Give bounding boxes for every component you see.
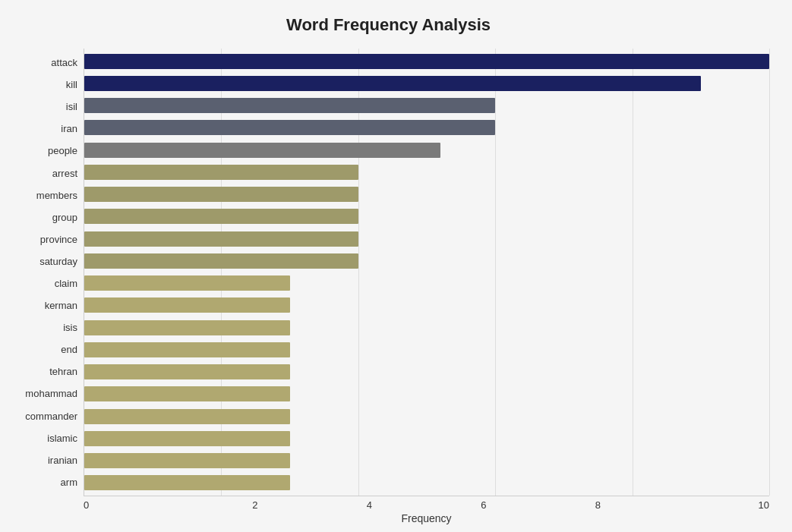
bar-row-arrest [84,161,769,183]
bar-row-arm [84,472,769,494]
x-tick-2: 2 [198,499,313,511]
grid-line-10 [769,49,770,496]
y-label-mohammad: mohammad [25,384,77,404]
x-axis-labels: 0246810 [8,499,769,511]
y-label-tehran: tehran [49,362,77,382]
bar-row-kerman [84,294,769,316]
bar-islamic [84,431,290,446]
y-label-end: end [61,340,77,360]
bar-isis [84,320,290,335]
bar-row-claim [84,272,769,294]
x-axis-title: Frequency [8,512,769,524]
bar-attack [84,54,769,69]
y-label-people: people [48,141,77,161]
y-label-arrest: arrest [52,163,77,183]
bar-row-saturday [84,250,769,272]
bar-province [84,231,358,247]
chart-title: Word Frequency Analysis [8,15,769,35]
bar-mohammad [84,386,290,401]
y-label-isis: isis [63,318,77,338]
chart-container: Word Frequency Analysis attackkillisilir… [0,0,792,532]
bar-row-end [84,338,769,360]
y-label-members: members [36,185,77,205]
bar-members [84,187,358,202]
bar-row-people [84,139,769,161]
y-label-claim: claim [55,273,77,293]
bar-claim [84,275,290,291]
bar-row-kill [84,72,769,94]
y-label-province: province [40,229,77,249]
bar-row-iran [84,117,769,139]
y-label-arm: arm [61,472,77,492]
bar-row-isil [84,95,769,117]
bar-people [84,143,440,158]
y-label-iranian: iranian [48,450,77,470]
bar-row-mohammad [84,383,769,405]
y-label-attack: attack [51,53,77,73]
bar-row-iranian [84,450,769,472]
bar-group [84,209,358,224]
y-label-commander: commander [25,406,77,426]
y-axis: attackkillisiliranpeoplearrestmembersgro… [8,49,84,496]
x-tick-8: 8 [541,499,655,511]
bar-row-attack [84,50,769,72]
bar-saturday [84,253,358,269]
bar-row-province [84,228,769,250]
x-tick-0: 0 [84,499,198,511]
bar-row-group [84,206,769,228]
bar-iran [84,120,495,135]
y-label-kill: kill [66,75,77,95]
bar-kill [84,76,701,91]
x-tick-4: 4 [312,499,427,511]
y-label-group: group [52,207,77,227]
y-label-isil: isil [66,97,77,117]
bar-row-members [84,184,769,206]
y-label-kerman: kerman [45,296,77,316]
bar-end [84,342,290,357]
bar-kerman [84,297,290,313]
bar-tehran [84,364,290,379]
bar-arm [84,475,290,490]
bar-isil [84,98,495,113]
x-tick-10: 10 [655,499,770,511]
bar-arrest [84,165,358,180]
y-label-islamic: islamic [47,428,77,448]
y-label-iran: iran [61,119,77,139]
x-tick-6: 6 [427,499,541,511]
bar-row-islamic [84,427,769,449]
bar-commander [84,409,290,424]
bar-row-commander [84,405,769,427]
bar-row-tehran [84,361,769,383]
plot-area [84,49,769,496]
bar-iranian [84,453,290,468]
y-label-saturday: saturday [39,251,77,271]
bar-row-isis [84,316,769,338]
